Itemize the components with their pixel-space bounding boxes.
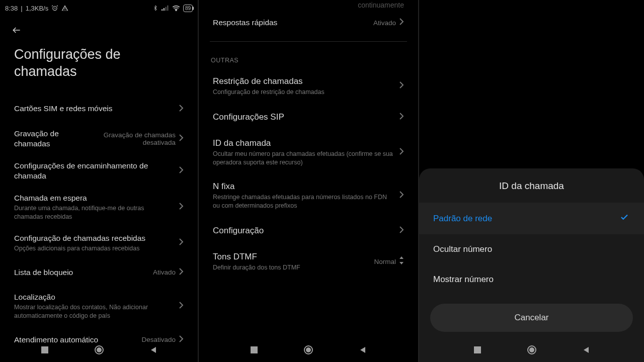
svg-rect-9 — [251, 346, 258, 353]
list-item[interactable]: ID da chamadaOcultar meu número para cha… — [206, 131, 411, 174]
nav-home-icon[interactable] — [303, 345, 313, 357]
list-item[interactable]: LocalizaçãoMostrar localização dos conta… — [7, 286, 191, 326]
dialog-option[interactable]: Padrão de rede — [419, 203, 644, 234]
caret-updown-icon — [399, 256, 404, 266]
dialog-option[interactable]: Ocultar número — [419, 234, 644, 264]
svg-point-14 — [529, 347, 534, 352]
svg-rect-12 — [474, 346, 481, 353]
chevron-right-icon — [179, 301, 184, 311]
wifi-icon — [172, 5, 180, 11]
nav-bar — [419, 340, 644, 362]
nav-home-icon[interactable] — [527, 345, 537, 357]
svg-rect-6 — [41, 346, 48, 353]
list-item[interactable]: Gravação de chamadasGravação de chamadas… — [7, 123, 191, 155]
svg-rect-3 — [165, 7, 166, 11]
chevron-right-icon — [179, 202, 184, 212]
list-item[interactable]: Configuração — [206, 217, 411, 244]
chevron-right-icon — [179, 238, 184, 248]
chevron-right-icon — [399, 147, 404, 157]
dialog-title: ID da chamada — [419, 168, 644, 203]
nav-recent-icon[interactable] — [473, 346, 481, 356]
nav-bar — [0, 340, 198, 362]
list-item[interactable]: Cartões SIM e redes móveis — [7, 96, 191, 123]
nav-recent-icon[interactable] — [41, 346, 49, 356]
screen-caller-id-dialog: ID da chamada Padrão de redeOcultar núme… — [419, 0, 644, 362]
caller-id-dialog: ID da chamada Padrão de redeOcultar núme… — [419, 168, 644, 362]
nav-back-icon[interactable] — [582, 346, 590, 356]
dialog-option[interactable]: Mostrar número — [419, 264, 644, 295]
battery-icon: 89 — [183, 5, 193, 12]
nav-recent-icon[interactable] — [250, 346, 258, 356]
status-bar: 8:38 | 1,3KB/s — [0, 0, 198, 16]
svg-rect-1 — [162, 9, 163, 11]
back-icon[interactable] — [10, 28, 23, 37]
cancel-button[interactable]: Cancelar — [430, 304, 633, 332]
signal-icon — [162, 5, 169, 11]
screen-call-settings-more: continuamente Respostas rápidas Ativado … — [199, 0, 419, 362]
list-item[interactable]: Chamada em esperaDurante uma chamada, no… — [7, 187, 191, 227]
nav-back-icon[interactable] — [149, 346, 157, 356]
list-item[interactable]: Tons DTMFDefinir duração dos tons DTMFNo… — [206, 244, 411, 279]
list-item[interactable]: Configuração de chamadas recebidasOpções… — [7, 227, 191, 259]
chevron-right-icon — [399, 81, 404, 91]
settings-list-a: Cartões SIM e redes móveisGravação de ch… — [0, 96, 198, 353]
chevron-right-icon — [179, 267, 184, 278]
list-item[interactable]: Restrição de chamadasConfiguração de res… — [206, 69, 411, 104]
warning-icon — [61, 5, 68, 12]
chevron-right-icon — [399, 18, 404, 28]
svg-rect-4 — [167, 6, 168, 11]
chevron-right-icon — [399, 112, 404, 122]
svg-point-11 — [306, 347, 311, 352]
chevron-right-icon — [179, 104, 184, 114]
list-item[interactable]: Configurações SIP — [206, 104, 411, 131]
alarm-icon — [51, 5, 58, 12]
fragment-prev-value: continuamente — [199, 0, 418, 9]
bluetooth-icon — [152, 5, 158, 12]
page-title: Configurações de chamadas — [0, 37, 198, 96]
nav-home-icon[interactable] — [94, 345, 104, 357]
status-speed: 1,3KB/s — [26, 5, 49, 12]
nav-bar — [199, 340, 418, 362]
list-item[interactable]: N fixaRestringe chamadas efetuadas para … — [206, 174, 411, 217]
chevron-right-icon — [399, 226, 404, 236]
chevron-right-icon — [399, 191, 404, 201]
svg-rect-2 — [164, 8, 165, 11]
svg-point-5 — [176, 10, 177, 11]
list-item[interactable]: Configurações de encaminhamento de chama… — [7, 155, 191, 187]
section-header-outras: OUTRAS — [199, 47, 418, 69]
list-item[interactable]: Lista de bloqueioAtivado — [7, 259, 191, 286]
settings-list-b: Restrição de chamadasConfiguração de res… — [199, 69, 418, 279]
status-time: 8:38 — [5, 5, 18, 12]
screen-call-settings-main: 8:38 | 1,3KB/s — [0, 0, 199, 362]
nav-back-icon[interactable] — [359, 346, 367, 356]
dialog-backdrop[interactable]: ID da chamada Padrão de redeOcultar núme… — [419, 0, 644, 362]
svg-point-8 — [97, 347, 102, 352]
item-quick-responses[interactable]: Respostas rápidas Ativado — [206, 9, 411, 36]
check-icon — [619, 213, 630, 224]
chevron-right-icon — [179, 166, 184, 176]
chevron-right-icon — [179, 134, 184, 144]
